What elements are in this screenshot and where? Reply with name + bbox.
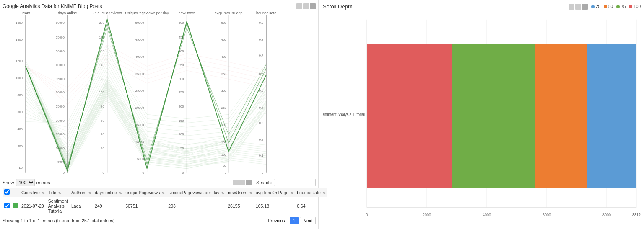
svg-text:4000: 4000 [483, 212, 491, 217]
svg-text:UniquePageviews per day: UniquePageviews per day [125, 11, 169, 15]
data-table: Goes live ⇅ Title ⇅ Authors ⇅ days onlin… [3, 188, 327, 215]
svg-text:1400: 1400 [16, 38, 23, 41]
svg-text:100: 100 [179, 132, 184, 136]
th-upv-day: UniquePageviews per day ⇅ [166, 188, 226, 197]
sort-icon-authors: ⇅ [88, 191, 91, 195]
page-buttons: Previous 1 Next [265, 217, 316, 224]
page-1-btn[interactable]: 1 [290, 217, 299, 224]
next-btn[interactable]: Next [300, 217, 316, 224]
pagination: Showing 1 to 1 of 1 entries (filtered fr… [3, 217, 316, 224]
legend-dot-75 [616, 5, 620, 8]
legend-label-75: 75 [621, 4, 626, 9]
svg-text:0.8: 0.8 [259, 38, 263, 41]
svg-text:20: 20 [101, 147, 104, 150]
previous-btn[interactable]: Previous [265, 217, 288, 224]
svg-text:60: 60 [101, 119, 104, 123]
svg-text:25000: 25000 [135, 89, 144, 93]
svg-text:days online: days online [58, 11, 77, 15]
svg-text:L5: L5 [19, 166, 23, 170]
legend-item-100: 100 [629, 4, 641, 9]
th-title: Title ⇅ [47, 188, 70, 197]
svg-text:uniquePageviews: uniquePageviews [92, 11, 122, 15]
svg-text:50000: 50000 [135, 21, 144, 24]
left-icon-btn-1[interactable] [296, 3, 302, 9]
table-row: 2021-07-20 Sentiment Analysis Tutorial L… [3, 197, 327, 215]
row-new-users: 26155 [226, 197, 254, 215]
table-icon-btn-2[interactable] [239, 180, 245, 185]
svg-text:0: 0 [262, 171, 263, 175]
svg-text:300: 300 [179, 77, 184, 81]
svg-text:40000: 40000 [135, 55, 144, 59]
right-icon-btn-3[interactable] [582, 4, 588, 10]
svg-text:0: 0 [225, 171, 226, 175]
svg-text:20000: 20000 [56, 119, 65, 123]
left-icon-btn-3[interactable] [310, 3, 316, 9]
svg-text:200: 200 [99, 21, 104, 24]
show-entries: Show 100 25 50 entries [3, 179, 50, 186]
sort-icon-days: ⇅ [119, 191, 122, 195]
table-body: 2021-07-20 Sentiment Analysis Tutorial L… [3, 197, 327, 215]
svg-text:400: 400 [221, 55, 226, 59]
svg-text:600: 600 [17, 110, 22, 114]
sort-icon-upv-day: ⇅ [221, 191, 224, 195]
svg-text:200: 200 [17, 144, 22, 148]
svg-text:0: 0 [142, 171, 144, 175]
row-color-dot [13, 203, 18, 208]
row-goes-live: 2021-07-20 [20, 197, 47, 215]
table-icon-btn-1[interactable] [233, 180, 239, 185]
showing-text: Showing 1 to 1 of 1 entries (filtered fr… [3, 218, 114, 223]
row-authors: Lada [70, 197, 93, 215]
row-checkbox-cell [3, 197, 11, 215]
svg-text:0.2: 0.2 [259, 138, 263, 142]
svg-text:0.1: 0.1 [259, 154, 263, 157]
th-checkbox [3, 188, 11, 197]
legend-item-75: 75 [616, 4, 626, 9]
search-input[interactable] [274, 179, 316, 186]
svg-text:8000: 8000 [602, 212, 611, 217]
svg-text:1000: 1000 [16, 76, 23, 80]
th-upv: uniquePageviews ⇅ [124, 188, 166, 197]
bar-chart-area: Jul'21: Sentiment Analysis Tutorial 0 20… [323, 15, 641, 227]
search-label: Search: [256, 180, 272, 185]
left-icon-btn-2[interactable] [303, 3, 309, 9]
row-checkbox[interactable] [4, 203, 10, 208]
right-icon-btn-1[interactable] [569, 4, 574, 10]
svg-text:450: 450 [221, 38, 226, 41]
th-avg-time: avgTimeOnPage ⇅ [254, 188, 295, 197]
row-days-online: 249 [93, 197, 124, 215]
left-icon-group [296, 3, 316, 9]
sort-icon-avg-time: ⇅ [291, 191, 293, 195]
row-avg-time: 105.18 [254, 197, 295, 215]
svg-text:bounceRate: bounceRate [256, 11, 276, 15]
svg-text:2000: 2000 [423, 212, 431, 217]
table-controls: Show 100 25 50 entries Search: [3, 179, 316, 186]
legend-label-25: 25 [596, 4, 600, 9]
th-goes-live: Goes live ⇅ [20, 188, 47, 197]
svg-text:Team: Team [21, 11, 30, 15]
row-upv-day: 203 [166, 197, 226, 215]
search-area: Search: [256, 179, 316, 186]
entries-label: entries [36, 180, 50, 185]
bar-100 [367, 44, 452, 188]
header-checkbox[interactable] [4, 189, 10, 195]
svg-text:0: 0 [63, 171, 65, 175]
svg-text:0.3: 0.3 [259, 121, 263, 125]
entries-select[interactable]: 100 25 50 [16, 179, 35, 186]
svg-text:40: 40 [101, 132, 104, 136]
table-icon-group [233, 180, 252, 185]
svg-text:300: 300 [221, 89, 226, 93]
legend-label-100: 100 [634, 4, 641, 9]
left-panel: Google Analytics Data for KNIME Blog Pos… [0, 0, 319, 229]
legend-item-25: 25 [591, 4, 600, 9]
sort-icon-goes-live: ⇅ [42, 191, 45, 195]
svg-text:500: 500 [179, 21, 184, 24]
right-icon-btn-2[interactable] [575, 4, 581, 10]
main-container: Google Analytics Data for KNIME Blog Pos… [0, 0, 644, 229]
svg-text:0.9: 0.9 [259, 21, 263, 24]
table-icon-btn-3[interactable] [246, 180, 252, 185]
svg-text:25000: 25000 [56, 105, 65, 108]
svg-text:500: 500 [221, 21, 226, 24]
svg-text:newUsers: newUsers [178, 11, 195, 15]
legend-dot-25 [591, 5, 595, 8]
right-icon-group [569, 4, 588, 10]
